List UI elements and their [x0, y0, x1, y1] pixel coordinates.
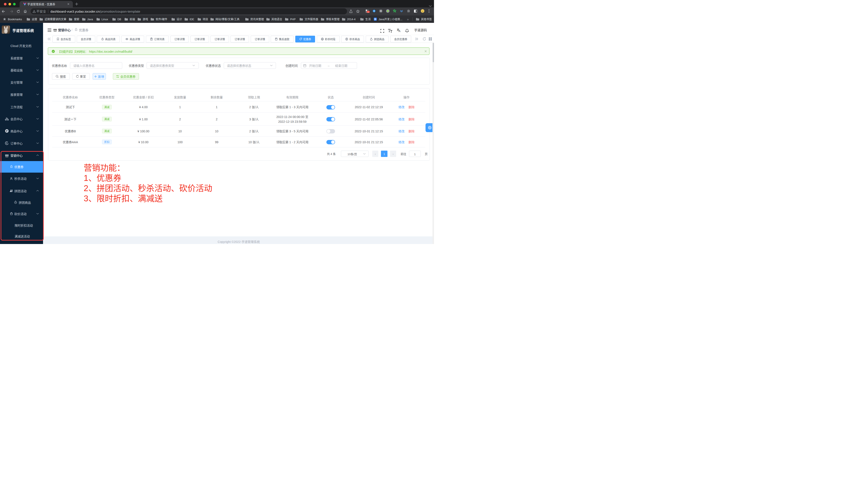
svg-text:B: B: [374, 18, 376, 21]
svg-text:P: P: [6, 130, 8, 132]
